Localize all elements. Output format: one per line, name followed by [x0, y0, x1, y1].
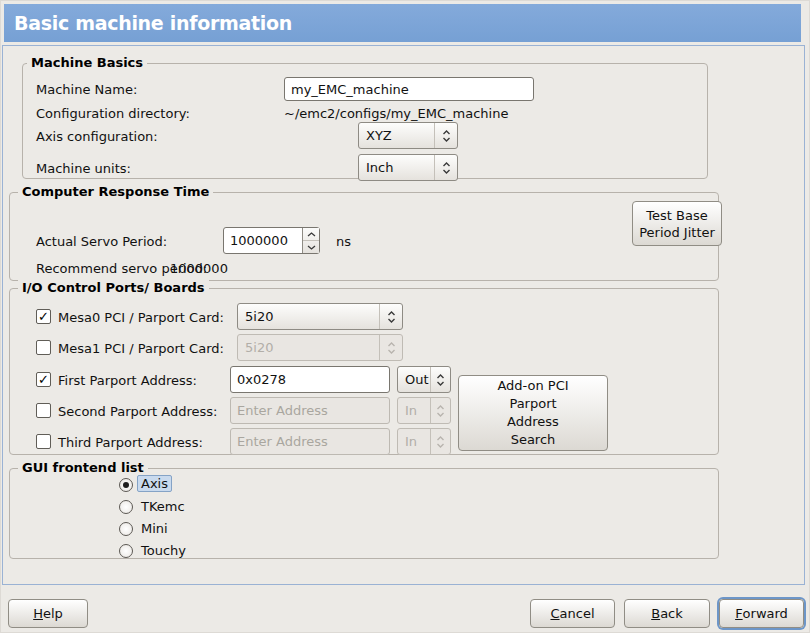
first-parport-label: First Parport Address: [58, 373, 197, 388]
combo-arrows-icon [379, 304, 402, 329]
io-ports-group-label: I/O Control Ports/ Boards [18, 280, 209, 295]
response-time-group-label: Computer Response Time [18, 184, 213, 199]
mesa1-label: Mesa1 PCI / Parport Card: [58, 341, 224, 356]
combo-arrows-icon [379, 335, 402, 360]
radio-touchy[interactable] [119, 544, 133, 558]
servo-period-input[interactable] [224, 228, 302, 253]
machine-name-input[interactable] [284, 77, 534, 101]
page-title: Basic machine information [4, 12, 292, 34]
combo-arrows-icon [434, 123, 457, 148]
first-parport-address-input[interactable] [230, 366, 390, 393]
checkmark-icon: ✓ [38, 310, 49, 323]
second-parport-address-input [230, 397, 390, 424]
axis-config-value: XYZ [359, 123, 434, 148]
radio-mini-label[interactable]: Mini [141, 521, 168, 536]
combo-arrows-icon [430, 429, 450, 454]
second-parport-direction-combobox: In [397, 397, 451, 424]
spin-up-icon[interactable] [303, 228, 319, 241]
radio-mini[interactable] [119, 522, 133, 536]
third-parport-direction-combobox: In [397, 428, 451, 455]
wizard-window: Basic machine information Machine Basics… [0, 0, 810, 633]
third-parport-address-input [230, 428, 390, 455]
mesa0-label: Mesa0 PCI / Parport Card: [58, 310, 224, 325]
second-parport-checkbox[interactable] [36, 403, 51, 418]
checkmark-icon: ✓ [38, 373, 49, 386]
combo-arrows-icon [434, 155, 457, 180]
machine-basics-group-label: Machine Basics [27, 55, 147, 70]
gui-frontend-group [9, 468, 719, 559]
servo-period-spinner[interactable] [223, 227, 320, 254]
config-dir-label: Configuration directory: [36, 106, 190, 121]
third-parport-label: Third Parport Address: [58, 435, 203, 450]
first-parport-direction-combobox[interactable]: Out [397, 366, 451, 393]
machine-units-value: Inch [359, 155, 434, 180]
cancel-button[interactable]: Cancel [530, 599, 615, 628]
spinner-buttons[interactable] [302, 228, 319, 253]
axis-config-combobox[interactable]: XYZ [358, 122, 458, 149]
mesa1-card-combobox: 5i20 [237, 334, 403, 361]
mesa0-card-combobox[interactable]: 5i20 [237, 303, 403, 330]
radio-axis-label[interactable]: Axis [137, 475, 172, 492]
gui-frontend-group-label: GUI frontend list [18, 460, 148, 475]
mesa1-checkbox[interactable] [36, 340, 51, 355]
first-parport-checkbox[interactable]: ✓ [36, 372, 51, 387]
machine-units-combobox[interactable]: Inch [358, 154, 458, 181]
back-button[interactable]: Back [624, 599, 710, 628]
forward-button[interactable]: Forward [719, 599, 804, 628]
third-parport-checkbox[interactable] [36, 434, 51, 449]
radio-tkemc-label[interactable]: TKemc [141, 499, 185, 514]
config-dir-value: ~/emc2/configs/my_EMC_machine [284, 106, 508, 121]
servo-period-label: Actual Servo Period: [36, 234, 167, 249]
machine-name-label: Machine Name: [36, 82, 137, 97]
radio-touchy-label[interactable]: Touchy [141, 543, 186, 558]
combo-arrows-icon [430, 398, 450, 423]
axis-config-label: Axis configuration: [36, 129, 158, 144]
page-header: Basic machine information [4, 4, 801, 42]
spin-down-icon[interactable] [303, 241, 319, 253]
recommend-period-value: 1000000 [170, 261, 228, 276]
servo-period-unit: ns [336, 234, 351, 249]
radio-axis[interactable] [119, 478, 133, 492]
mesa0-checkbox[interactable]: ✓ [36, 309, 51, 324]
second-parport-label: Second Parport Address: [58, 404, 217, 419]
help-button[interactable]: Help [8, 599, 88, 628]
addon-pci-parport-search-button[interactable]: Add-on PCI Parport Address Search [458, 375, 608, 451]
radio-tkemc[interactable] [119, 500, 133, 514]
machine-units-label: Machine units: [36, 161, 131, 176]
test-base-period-jitter-button[interactable]: Test Base Period Jitter [632, 201, 722, 246]
combo-arrows-icon [430, 367, 450, 392]
